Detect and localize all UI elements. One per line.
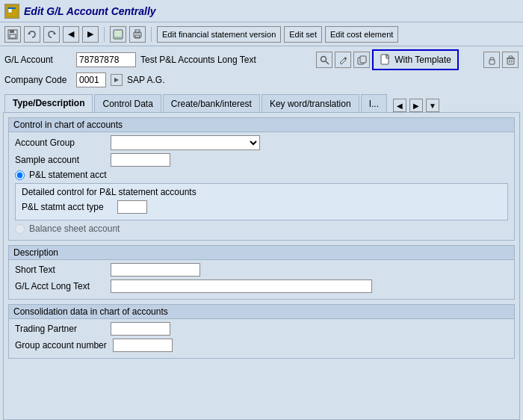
short-text-input[interactable] <box>111 263 200 277</box>
svg-marker-26 <box>114 78 119 82</box>
copy-icon-btn[interactable] <box>353 52 370 68</box>
svg-rect-20 <box>507 58 514 64</box>
control-in-chart-header: Control in chart of accounts <box>9 118 514 132</box>
tab-nav-list[interactable]: ▼ <box>426 99 439 112</box>
edit-cost-element-btn[interactable]: Edit cost element <box>325 26 398 43</box>
group-account-number-label: Group account number <box>15 340 107 350</box>
svg-point-14 <box>321 56 326 61</box>
pl-statmt-acct-type-row: P&L statmt acct type <box>22 200 501 214</box>
sample-account-input[interactable] <box>111 153 170 167</box>
svg-rect-5 <box>10 34 16 38</box>
gl-account-icons: With Template <box>316 49 519 70</box>
redo-button[interactable] <box>43 26 60 43</box>
svg-line-15 <box>326 61 329 64</box>
svg-rect-4 <box>10 30 14 33</box>
with-template-button[interactable]: With Template <box>372 49 459 70</box>
trading-partner-label: Trading Partner <box>15 324 105 334</box>
sample-account-row: Sample account <box>15 153 508 167</box>
with-template-label: With Template <box>394 55 451 65</box>
trading-partner-row: Trading Partner <box>15 322 508 336</box>
company-code-row: Company Code SAP A.G. <box>4 72 519 87</box>
trading-partner-input[interactable] <box>111 322 170 336</box>
consolidation-content: Trading Partner Group account number <box>9 319 514 358</box>
group-account-number-row: Group account number <box>15 339 508 352</box>
group-account-number-input[interactable] <box>113 339 173 352</box>
app-icon <box>4 4 19 19</box>
separator-2 <box>151 27 152 42</box>
pl-statmt-acct-type-label: P&L statmt acct type <box>22 202 111 212</box>
delete-icon-btn[interactable] <box>502 52 519 68</box>
document-icon <box>380 54 392 66</box>
print-button[interactable] <box>129 26 146 43</box>
control-in-chart-section: Control in chart of accounts Account Gro… <box>8 117 515 241</box>
balance-sheet-radio-row: Balance sheet account <box>15 223 508 234</box>
consolidation-header: Consolidation data in chart of accounts <box>9 305 514 319</box>
description-section: Description Short Text G/L Acct Long Tex… <box>8 245 515 300</box>
edit-financial-statement-btn[interactable]: Edit financial statement version <box>157 26 281 43</box>
svg-rect-2 <box>8 7 16 9</box>
description-content: Short Text G/L Acct Long Text <box>9 260 514 299</box>
balance-sheet-radio[interactable] <box>15 224 25 234</box>
control-in-chart-content: Account Group Sample account P&L stateme… <box>9 132 514 240</box>
gl-acct-long-text-label: G/L Acct Long Text <box>15 281 105 291</box>
gl-account-label: G/L Account <box>4 55 72 65</box>
description-header: Description <box>9 246 514 260</box>
search-icon-btn[interactable] <box>316 52 332 68</box>
title-bar: Edit G/L Account Centrally <box>0 0 523 22</box>
account-group-row: Account Group <box>15 135 508 150</box>
main-content: Control in chart of accounts Account Gro… <box>3 112 520 420</box>
main-toolbar: ◀ ▶ Edit financial statement version Edi… <box>0 22 523 46</box>
gl-acct-long-text-row: G/L Acct Long Text <box>15 280 508 293</box>
undo-button[interactable] <box>24 26 40 43</box>
svg-rect-19 <box>489 60 495 64</box>
separator-1 <box>104 27 105 42</box>
save-button[interactable] <box>4 26 21 43</box>
balance-sheet-label: Balance sheet account <box>29 223 120 234</box>
tab-create-bank-interest[interactable]: Create/bank/interest <box>163 94 260 112</box>
lock-icon-btn[interactable] <box>483 52 500 68</box>
detailed-control-section: Detailed control for P&L statement accou… <box>15 183 508 220</box>
short-text-row: Short Text <box>15 263 508 277</box>
edit-set-btn[interactable]: Edit set <box>284 26 322 43</box>
gl-acct-long-text-input[interactable] <box>111 280 372 293</box>
pl-statement-radio-row: P&L statement acct <box>15 170 508 180</box>
tab-nav-left[interactable]: ◀ <box>393 99 406 112</box>
gl-account-input[interactable] <box>76 52 136 67</box>
gl-account-row: G/L Account Test P&L Accounts Long Text <box>4 49 519 70</box>
tab-more[interactable]: I... <box>361 94 387 112</box>
svg-rect-9 <box>114 31 122 36</box>
account-group-select[interactable] <box>111 135 260 150</box>
page-title: Edit G/L Account Centrally <box>24 5 156 17</box>
svg-rect-10 <box>114 37 122 38</box>
back-button[interactable]: ◀ <box>63 26 79 43</box>
tab-nav-right[interactable]: ▶ <box>409 99 423 112</box>
tab-control-data[interactable]: Control Data <box>94 94 161 112</box>
account-group-label: Account Group <box>15 138 105 148</box>
execute-button[interactable] <box>110 26 126 43</box>
pl-statement-radio[interactable] <box>15 170 25 180</box>
pl-statement-label: P&L statement acct <box>29 170 107 180</box>
consolidation-section: Consolidation data in chart of accounts … <box>8 304 515 359</box>
tabs-bar: Type/Description Control Data Create/ban… <box>0 94 523 112</box>
company-code-input[interactable] <box>76 72 106 87</box>
gl-account-desc: Test P&L Accounts Long Text <box>140 55 256 65</box>
short-text-label: Short Text <box>15 265 105 275</box>
detailed-control-header: Detailed control for P&L statement accou… <box>22 187 501 197</box>
pl-statmt-acct-type-input[interactable] <box>117 200 147 214</box>
edit-icon-btn[interactable] <box>335 52 351 68</box>
company-code-name: SAP A.G. <box>127 75 164 85</box>
sample-account-label: Sample account <box>15 155 105 165</box>
tab-keyword-translation[interactable]: Key word/translation <box>262 94 359 112</box>
company-code-label: Company Code <box>4 75 72 85</box>
tab-type-description[interactable]: Type/Description <box>4 94 93 112</box>
forward-button[interactable]: ▶ <box>82 26 99 43</box>
svg-rect-24 <box>509 56 513 58</box>
company-code-search-btn[interactable] <box>111 74 123 86</box>
svg-rect-17 <box>360 56 366 63</box>
header-fields: G/L Account Test P&L Accounts Long Text <box>0 46 523 93</box>
